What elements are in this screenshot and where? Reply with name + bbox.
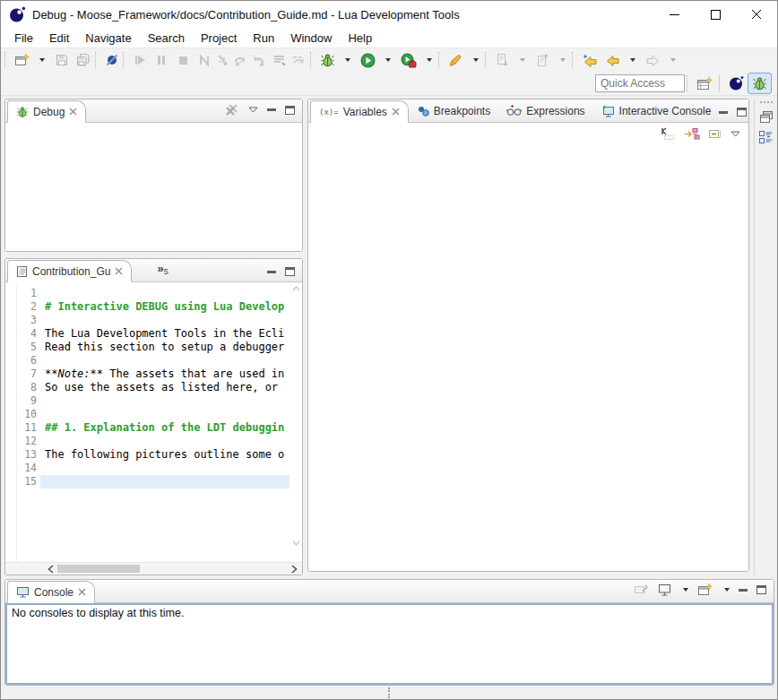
minimize-view-icon[interactable] [267,108,276,111]
show-type-names-icon[interactable] [661,127,676,141]
menu-item-window[interactable]: Window [282,30,340,47]
view-menu-icon[interactable] [730,131,740,137]
skip-all-breakpoints-button[interactable] [103,50,121,70]
editor-line[interactable] [45,354,302,367]
scroll-down-icon[interactable] [292,540,300,546]
forward-button[interactable] [644,50,662,70]
console-content[interactable]: No consoles to display at this time. [5,603,774,685]
minimize-view-icon[interactable] [267,271,276,273]
view-menu-icon[interactable] [248,107,258,113]
tab-expressions[interactable]: Expressions [498,99,592,122]
save-button[interactable] [53,50,71,70]
remove-terminated-icon[interactable] [225,103,239,117]
minimize-view-icon[interactable] [739,589,748,592]
show-logical-structure-icon[interactable] [684,127,700,141]
editor-line[interactable] [45,408,302,421]
previous-annotation-dropdown[interactable] [552,50,570,70]
editor-line[interactable]: Read this section to setup a debugger [45,341,302,354]
editor-line[interactable] [45,435,302,448]
editor-line[interactable]: So use the assets as listed here, or [45,381,302,394]
chevron-down-icon[interactable] [724,588,730,592]
mark-occurrences-button[interactable] [446,50,465,70]
editor-line[interactable] [45,314,302,327]
new-wizard-button[interactable] [13,50,31,70]
display-selected-console-icon[interactable] [658,583,671,596]
editor-body[interactable]: 123456789101112131415 # Interactive DEBU… [5,282,302,562]
editor-line[interactable] [45,287,302,300]
editor-line[interactable]: ## 1. Explanation of the LDT debuggin [45,421,302,435]
scrollbar-thumb[interactable] [57,565,140,573]
back-button[interactable] [603,50,622,70]
open-console-icon[interactable] [697,583,713,597]
editor-line[interactable]: The Lua Development Tools in the Ecli [45,327,302,341]
mark-occurrences-dropdown[interactable] [465,50,483,70]
maximize-view-icon[interactable] [737,108,747,117]
resume-button[interactable] [131,50,149,70]
last-edit-location-button[interactable] [580,50,600,70]
strip-drag-handle[interactable] [760,101,773,103]
scroll-up-icon[interactable] [292,286,300,291]
use-step-filters-button[interactable] [290,50,308,70]
maximize-view-icon[interactable] [756,585,766,594]
tab-interactive-console[interactable]: Interactive Console [593,99,720,122]
step-over-button[interactable] [231,50,249,70]
editor-line[interactable]: The following pictures outline some o [45,448,302,462]
step-return-button[interactable] [249,50,267,70]
tab-console[interactable]: Console [7,581,95,603]
maximize-view-icon[interactable] [285,267,295,276]
close-window-button[interactable] [736,1,777,28]
perspective-lua-button[interactable] [724,73,748,94]
step-filters-button[interactable] [271,50,290,70]
back-dropdown[interactable] [622,50,640,70]
save-all-button[interactable] [74,50,93,70]
tab-breakpoints[interactable]: Breakpoints [409,99,498,122]
step-into-button[interactable] [213,50,231,70]
close-tab-icon[interactable] [392,108,400,116]
minimize-view-icon[interactable] [719,111,728,114]
tab-debug[interactable]: Debug [7,100,86,123]
terminate-button[interactable] [174,50,192,70]
editor-horizontal-scrollbar[interactable] [5,562,302,575]
pin-console-icon[interactable] [634,583,649,597]
forward-dropdown[interactable] [662,50,680,70]
close-tab-icon[interactable] [69,108,77,116]
editor-line[interactable]: **Note:** The assets that are used in [45,367,302,381]
maximize-view-icon[interactable] [285,106,295,115]
new-wizard-dropdown[interactable] [31,50,49,70]
annotation-ruler[interactable] [5,282,17,562]
disconnect-button[interactable] [195,50,213,70]
menu-item-help[interactable]: Help [340,30,380,47]
editor-vertical-scrollbar[interactable] [290,282,302,549]
menu-item-project[interactable]: Project [193,30,245,47]
editor-line[interactable] [45,462,302,475]
collapse-all-icon[interactable] [708,127,722,141]
menu-item-edit[interactable]: Edit [41,30,77,47]
statusbar-drag-handle[interactable] [388,687,390,698]
tab-variables[interactable]: (x)= Variables [310,100,409,123]
close-tab-icon[interactable] [115,267,123,275]
tab-overflow-button[interactable]: »5 [157,262,168,281]
editor-line[interactable] [45,394,302,408]
editor-line[interactable]: # Interactive DEBUG using Lua Develop [45,300,302,314]
scroll-right-icon[interactable] [291,565,298,574]
scroll-left-icon[interactable] [48,565,54,574]
editor-code[interactable]: # Interactive DEBUG using Lua DevelopThe… [40,282,302,562]
quick-access-input[interactable] [595,74,685,92]
outline-view-icon[interactable] [758,130,774,144]
run-button[interactable] [359,50,377,70]
tab-contribution-guide[interactable]: Contribution_Gu [7,260,132,282]
chevron-down-icon[interactable] [683,588,688,592]
next-annotation-dropdown[interactable] [512,50,530,70]
maximize-window-button[interactable] [695,1,736,28]
next-annotation-button[interactable] [493,50,512,70]
menu-item-run[interactable]: Run [245,30,282,47]
perspective-debug-button[interactable] [748,73,772,94]
run-dropdown[interactable] [377,50,395,70]
menu-item-search[interactable]: Search [140,30,193,47]
menu-item-file[interactable]: File [6,30,41,47]
menu-item-navigate[interactable]: Navigate [77,30,139,47]
close-tab-icon[interactable] [78,588,86,596]
previous-annotation-button[interactable] [533,50,552,70]
debug-dropdown[interactable] [337,50,355,70]
external-tools-button[interactable] [399,50,419,70]
